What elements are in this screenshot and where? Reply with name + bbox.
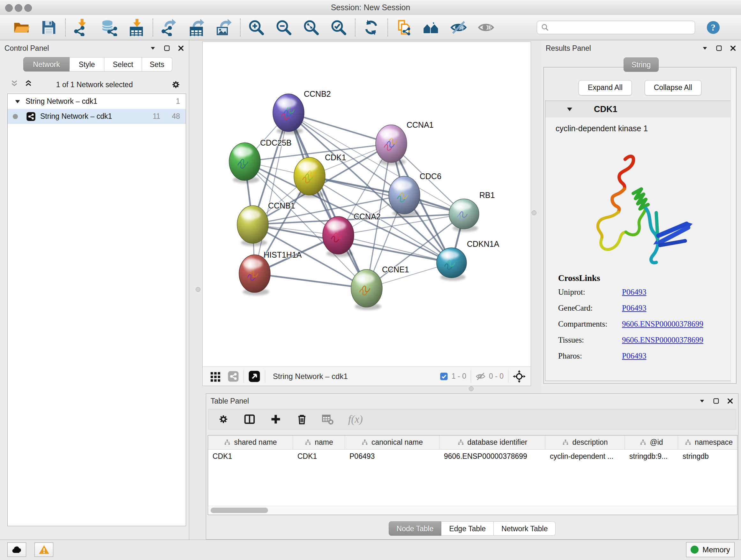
search-input[interactable] (552, 23, 691, 32)
edge-hist1h1a-ccne1[interactable] (255, 273, 367, 288)
close-window-button[interactable] (5, 4, 13, 12)
collapse-panel-icon[interactable] (701, 45, 709, 52)
export-network-icon[interactable] (160, 19, 178, 36)
tab-select[interactable]: Select (105, 57, 142, 71)
hide-selected-icon[interactable] (450, 19, 467, 36)
crosslink-link[interactable]: 9606.ENSP00000378699 (622, 320, 703, 328)
export-table-icon[interactable] (188, 19, 205, 36)
warning-button[interactable] (35, 543, 53, 557)
node-ccnb2[interactable]: CCNB2 (273, 89, 331, 134)
node-cdc25b[interactable]: CDC25B (229, 138, 292, 183)
tab-string[interactable]: String (623, 57, 659, 72)
close-panel-icon[interactable] (727, 397, 734, 405)
network-graph[interactable]: CCNB2 CCNA1 CDC25B CDK1 CDC6 RB1 CCNB1 C… (203, 42, 531, 367)
create-column-icon[interactable] (270, 413, 282, 425)
first-neighbors-icon[interactable] (422, 19, 440, 36)
show-columns-icon[interactable] (244, 413, 256, 425)
import-network-file-icon[interactable] (73, 19, 90, 36)
node-rb1[interactable]: RB1 (449, 191, 495, 232)
table-row[interactable]: CDK1CDK1P064939606.ENSP00000378699cyclin… (208, 449, 737, 463)
table-cell[interactable]: CDK1 (293, 449, 345, 463)
collapse-all-button[interactable]: Collapse All (645, 80, 701, 96)
collapse-panel-icon[interactable] (149, 45, 156, 52)
tab-style[interactable]: Style (70, 57, 105, 71)
detach-view-icon[interactable] (248, 370, 260, 382)
table-cell[interactable]: P06493 (345, 449, 440, 463)
tab-network[interactable]: Network (23, 57, 70, 71)
table-cell[interactable]: stringdb (678, 449, 738, 463)
table-cell[interactable]: CDK1 (208, 449, 293, 463)
tab-network-table[interactable]: Network Table (494, 521, 556, 536)
table-cell[interactable]: cyclin-dependent ... (545, 449, 625, 463)
network-view[interactable]: CCNB2 CCNA1 CDC25B CDK1 CDC6 RB1 CCNB1 C… (202, 42, 531, 386)
collection-expand-triangle[interactable] (14, 98, 21, 105)
table-horizontal-scrollbar[interactable] (208, 506, 737, 515)
bottom-splitter-handle[interactable] (469, 386, 474, 391)
table-cell[interactable]: 9606.ENSP00000378699 (440, 449, 545, 463)
clone-network-icon[interactable] (395, 19, 412, 36)
edge-ccnb2-ccne1[interactable] (288, 113, 367, 288)
crosslink-link[interactable]: P06493 (622, 352, 646, 361)
refresh-view-icon[interactable] (362, 19, 380, 36)
float-panel-icon[interactable] (163, 45, 171, 52)
show-all-icon[interactable] (477, 19, 495, 36)
edge-ccnb2-hist1h1a[interactable] (255, 113, 288, 273)
table-cell[interactable]: stringdb:9... (625, 449, 678, 463)
zoom-window-button[interactable] (24, 4, 32, 12)
zoom-fit-icon[interactable] (302, 19, 320, 36)
tab-node-table[interactable]: Node Table (389, 521, 442, 536)
open-file-icon[interactable] (13, 19, 30, 36)
node-ccna1[interactable]: CCNA1 (376, 120, 434, 165)
column-header-description[interactable]: description (545, 435, 625, 449)
node-table[interactable]: shared namenamecanonical namedatabase id… (208, 435, 738, 515)
node-ccnb1[interactable]: CCNB1 (237, 201, 295, 246)
column-header-id[interactable]: @id (625, 435, 678, 449)
right-splitter-handle[interactable] (532, 210, 536, 215)
zoom-out-icon[interactable] (275, 19, 292, 36)
float-panel-icon[interactable] (713, 397, 720, 405)
results-scrollbar[interactable] (731, 68, 735, 383)
column-header-canonical-name[interactable]: canonical name (345, 435, 440, 449)
function-builder-icon[interactable]: f(x) (348, 414, 363, 425)
selected-checkbox-icon[interactable] (440, 372, 448, 381)
birds-eye-view-icon[interactable] (227, 371, 239, 382)
collapse-panel-icon[interactable] (698, 397, 705, 405)
delete-table-icon[interactable] (322, 413, 334, 425)
crosslink-link[interactable]: P06493 (622, 304, 646, 313)
tab-sets[interactable]: Sets (142, 57, 172, 71)
close-panel-icon[interactable] (178, 45, 185, 52)
section-expand-triangle[interactable] (566, 105, 574, 113)
edge-cdk1-rb1[interactable] (310, 176, 464, 214)
table-settings-gear-icon[interactable] (217, 413, 229, 425)
import-network-database-icon[interactable] (100, 19, 118, 36)
node-hist1h1a[interactable]: HIST1H1A (239, 250, 302, 295)
help-button[interactable]: ? (704, 19, 722, 36)
tab-edge-table[interactable]: Edge Table (441, 521, 494, 536)
network-collection-row[interactable]: String Network – cdk1 1 (8, 94, 186, 109)
node-ccne1[interactable]: CCNE1 (351, 265, 409, 310)
save-session-icon[interactable] (40, 19, 57, 36)
column-header-shared-name[interactable]: shared name (208, 435, 293, 449)
search-box[interactable] (537, 21, 695, 34)
gene-section-header[interactable]: CDK1 (545, 101, 735, 118)
export-image-icon[interactable] (215, 19, 232, 36)
zoom-in-icon[interactable] (248, 19, 265, 36)
column-header-name[interactable]: name (293, 435, 345, 449)
minimize-window-button[interactable] (15, 4, 22, 12)
crosslink-link[interactable]: 9606.ENSP00000378699 (622, 335, 703, 345)
expand-all-button[interactable]: Expand All (579, 80, 632, 96)
close-panel-icon[interactable] (730, 45, 737, 52)
left-splitter-handle[interactable] (196, 287, 200, 292)
grid-view-icon[interactable] (210, 371, 221, 382)
float-panel-icon[interactable] (716, 45, 723, 52)
network-row-selected[interactable]: String Network – cdk1 11 48 (8, 109, 186, 124)
column-header-namespace[interactable]: namespace (678, 435, 738, 449)
fit-content-crosshair-icon[interactable] (513, 370, 526, 383)
collapse-all-networks-icon[interactable] (10, 79, 19, 90)
node-ccna2[interactable]: CCNA2 (323, 212, 381, 257)
crosslink-link[interactable]: P06493 (622, 288, 646, 297)
memory-button[interactable]: Memory (686, 542, 735, 557)
zoom-selected-icon[interactable] (330, 19, 347, 36)
import-table-file-icon[interactable] (128, 19, 145, 36)
network-options-gear-icon[interactable] (171, 79, 181, 90)
